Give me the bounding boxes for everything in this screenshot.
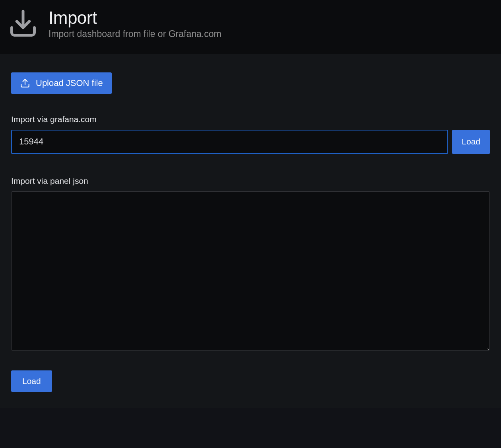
grafana-import-group: Import via grafana.com Load bbox=[11, 115, 490, 154]
page-subtitle: Import dashboard from file or Grafana.co… bbox=[49, 29, 221, 39]
grafana-import-input[interactable] bbox=[11, 130, 448, 154]
json-load-button[interactable]: Load bbox=[11, 370, 52, 392]
upload-icon bbox=[20, 78, 30, 88]
download-icon bbox=[8, 9, 38, 39]
page-body: Upload JSON file Import via grafana.com … bbox=[0, 54, 501, 408]
json-import-label: Import via panel json bbox=[11, 176, 490, 186]
grafana-load-button[interactable]: Load bbox=[452, 130, 490, 154]
page-header: Import Import dashboard from file or Gra… bbox=[0, 0, 501, 54]
upload-json-button[interactable]: Upload JSON file bbox=[11, 72, 112, 94]
json-import-textarea[interactable] bbox=[11, 191, 490, 351]
json-import-group: Import via panel json Load bbox=[11, 176, 490, 392]
upload-json-button-label: Upload JSON file bbox=[36, 78, 103, 88]
grafana-import-label: Import via grafana.com bbox=[11, 115, 490, 124]
grafana-import-row: Load bbox=[11, 130, 490, 154]
page-title: Import bbox=[49, 8, 221, 28]
page-header-text: Import Import dashboard from file or Gra… bbox=[49, 8, 221, 39]
